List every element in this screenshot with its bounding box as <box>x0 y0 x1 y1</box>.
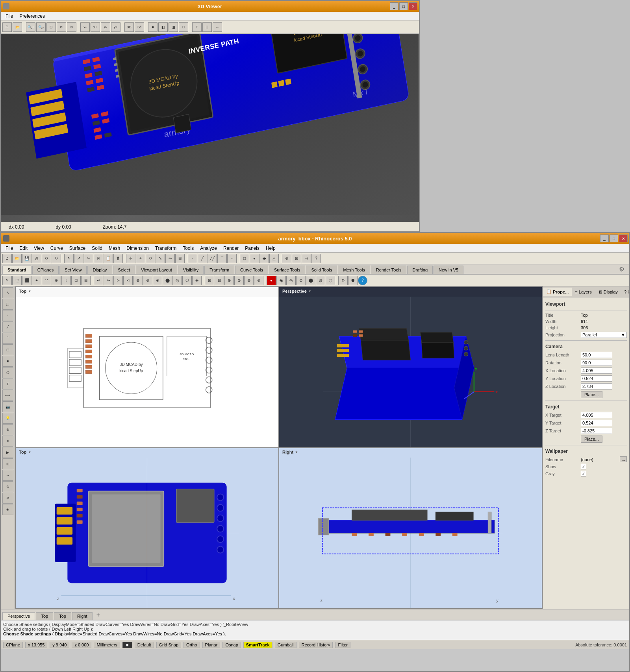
toolbar-btn-misc2[interactable]: ||| <box>202 22 212 32</box>
tb1-arc[interactable]: ⌒ <box>217 254 227 263</box>
tool-mesh[interactable]: ⬡ <box>2 367 13 378</box>
rhino-close-button[interactable]: ✕ <box>619 234 628 242</box>
tb2-btn9[interactable]: ⊞ <box>81 276 91 285</box>
vp-tab-top1[interactable]: Top <box>36 612 53 620</box>
tb1-polyline[interactable]: ╱╱ <box>208 254 217 263</box>
tb2-btn20[interactable]: ✚ <box>192 276 202 285</box>
rhino-menu-analyze[interactable]: Analyze <box>197 245 220 252</box>
tab-render-tools[interactable]: Render Tools <box>371 266 407 274</box>
tb2-btn11[interactable]: ↪ <box>104 276 113 285</box>
tool-dim[interactable]: ⟺ <box>2 390 13 401</box>
tb1-scale[interactable]: ⤡ <box>156 254 165 263</box>
place-camera-button[interactable]: Place... <box>581 391 602 398</box>
rhino-command-line[interactable]: Choose Shade settings ( DisplayMode=Shad… <box>1 620 629 640</box>
tb2-snap2[interactable]: ⊟ <box>215 276 224 285</box>
tb2-btn14[interactable]: ⊕ <box>133 276 143 285</box>
panel-tab-layers[interactable]: ≡ Layers <box>572 288 595 296</box>
prop-input-ytarget[interactable] <box>581 420 612 426</box>
tb1-cone[interactable]: △ <box>269 254 279 263</box>
tb2-render5[interactable]: ⬤ <box>306 276 315 285</box>
tool-select-box[interactable]: ⬚ <box>2 299 13 310</box>
toolbar-btn-new[interactable]: 🗋 <box>2 22 12 32</box>
status-units[interactable]: Millimeters <box>94 642 120 648</box>
tool-light[interactable]: 💡 <box>2 413 13 424</box>
tb1-cut[interactable]: ✂ <box>84 254 93 263</box>
tool-solid[interactable]: ■ <box>2 356 13 367</box>
status-ortho[interactable]: Ortho <box>183 642 200 648</box>
prop-input-zloc[interactable] <box>581 383 612 390</box>
toolbar-btn-view1[interactable]: x- <box>80 22 90 32</box>
toolbar-btn-open[interactable]: 📂 <box>13 22 22 32</box>
tb1-copy2[interactable]: + <box>136 254 145 263</box>
tb2-help[interactable]: ? <box>358 276 367 285</box>
tb2-btn5[interactable]: ∷ <box>42 276 51 285</box>
viewer-menu-file[interactable]: File <box>2 13 16 20</box>
tab-surface-tools[interactable]: Surface Tools <box>269 266 305 274</box>
tb2-btn4[interactable]: ✦ <box>32 276 41 285</box>
rhino-menu-render[interactable]: Render <box>220 245 242 252</box>
panel-tab-properties[interactable]: 📋 Prope... <box>543 288 572 296</box>
tb1-circle[interactable]: ○ <box>227 254 237 263</box>
tb1-redo[interactable]: ↻ <box>52 254 61 263</box>
tab-transform[interactable]: Transform <box>204 266 234 274</box>
vp-tab-add-button[interactable]: + <box>93 610 103 620</box>
tb1-open[interactable]: 📂 <box>12 254 22 263</box>
tb2-snap3[interactable]: ⊕ <box>224 276 234 285</box>
status-gumball[interactable]: Gumball <box>275 642 296 648</box>
prop-checkbox-show[interactable]: ✓ <box>581 464 586 469</box>
place-target-button[interactable]: Place... <box>581 436 602 443</box>
tb2-btn16[interactable]: ⊗ <box>153 276 162 285</box>
tb1-select[interactable]: ↖ <box>64 254 74 263</box>
tb1-save[interactable]: 💾 <box>22 254 32 263</box>
toolbar-btn-view2[interactable]: x+ <box>91 22 100 32</box>
tab-cplanes[interactable]: CPlanes <box>32 266 59 274</box>
tb1-new[interactable]: 🗋 <box>2 254 12 263</box>
tb2-btn12[interactable]: ⊳ <box>113 276 123 285</box>
tool-misc1[interactable]: ⊙ <box>2 481 13 492</box>
tb1-move[interactable]: ✛ <box>126 254 135 263</box>
toolbar-btn-misc3[interactable]: ↔ <box>213 22 222 32</box>
tb2-snap6[interactable]: ⊜ <box>254 276 263 285</box>
tb2-render2[interactable]: ◉ <box>276 276 286 285</box>
tool-surface[interactable]: ◻ <box>2 344 13 355</box>
viewport-top-wireframe[interactable]: Top ▼ <box>15 287 279 448</box>
tb2-snap4[interactable]: ⊗ <box>234 276 244 285</box>
toolbar-btn-3d1[interactable]: 3D <box>124 22 134 32</box>
toolbar-btn-undo[interactable]: ↺ <box>57 22 66 32</box>
vp-tab-right[interactable]: Right <box>72 612 93 620</box>
viewport-right[interactable]: Right ▼ <box>279 448 542 609</box>
tb2-btn15[interactable]: ⊖ <box>143 276 152 285</box>
toolbar-btn-render4[interactable]: □ <box>179 22 188 32</box>
tool-select-cursor[interactable]: ↖ <box>2 287 13 298</box>
tb2-btn3[interactable]: ⬛ <box>22 276 32 285</box>
toolbar-btn-view4[interactable]: y+ <box>111 22 120 32</box>
tb1-array[interactable]: ⊞ <box>175 254 185 263</box>
rhino-menu-surface[interactable]: Surface <box>66 245 89 252</box>
tool-snap[interactable]: ⊕ <box>2 424 13 435</box>
rhino-menu-curve[interactable]: Curve <box>47 245 66 252</box>
toolbar-btn-render2[interactable]: ◧ <box>158 22 168 32</box>
tab-viewport-layout[interactable]: Viewport Layout <box>136 266 177 274</box>
prop-dropdown-projection[interactable]: Parallel ▼ <box>581 332 627 338</box>
tb2-btn6[interactable]: ⊕ <box>52 276 61 285</box>
toolbar-btn-redo[interactable]: ↻ <box>67 22 76 32</box>
toolbar-btn-3d2[interactable]: 3d <box>135 22 144 32</box>
panel-tab-display[interactable]: 🖥 Display <box>595 288 621 296</box>
tb2-render6[interactable]: ◍ <box>316 276 325 285</box>
rhino-menu-dimension[interactable]: Dimension <box>123 245 152 252</box>
prop-input-xtarget[interactable] <box>581 412 612 418</box>
tb1-undo[interactable]: ↺ <box>42 254 51 263</box>
status-smart-track[interactable]: SmartTrack <box>243 642 272 648</box>
status-grid-snap[interactable]: Grid Snap <box>156 642 182 648</box>
viewer-maximize-button[interactable]: □ <box>399 2 408 10</box>
rhino-menu-edit[interactable]: Edit <box>16 245 31 252</box>
rhino-menu-file[interactable]: File <box>2 245 16 252</box>
viewer-menu-preferences[interactable]: Preferences <box>16 13 48 20</box>
tb1-ortho[interactable]: ⊣ <box>302 254 311 263</box>
rhino-menu-mesh[interactable]: Mesh <box>106 245 123 252</box>
tab-curve-tools[interactable]: Curve Tools <box>235 266 268 274</box>
rhino-menu-view[interactable]: View <box>31 245 47 252</box>
tb1-line[interactable]: ╱ <box>198 254 207 263</box>
viewer-canvas[interactable]: 3D MCAD by kicad StepUp 3D MCAD by kicad… <box>1 34 419 222</box>
tool-line[interactable]: ╱ <box>2 321 13 332</box>
